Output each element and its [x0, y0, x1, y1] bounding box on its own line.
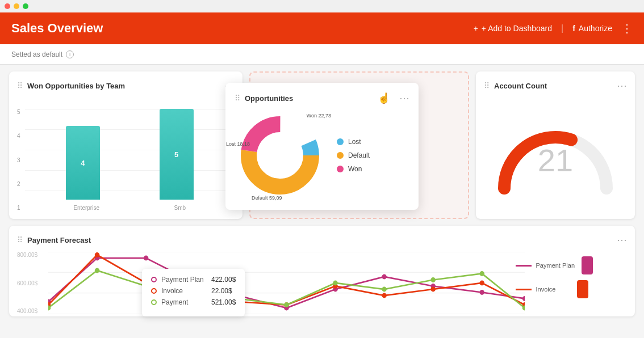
svg-point-11 — [382, 274, 387, 280]
bar-value: 5 — [174, 150, 178, 159]
bars: 4 5 — [25, 109, 235, 200]
svg-point-31 — [284, 302, 289, 307]
tooltip-payment-value: 521.00$ — [211, 298, 236, 306]
app-header: Sales Overview + + Add to Dashboard | f … — [0, 12, 644, 44]
bar-enterprise-bar: 4 — [66, 126, 100, 200]
svg-point-35 — [479, 271, 484, 276]
legend-default-label: Default — [348, 151, 370, 159]
header-actions: + + Add to Dashboard | f Authorize ⋮ — [474, 22, 633, 35]
card-menu-button[interactable]: ⋯ — [617, 234, 627, 246]
add-dashboard-label: + Add to Dashboard — [482, 24, 552, 33]
donut-hole — [258, 134, 302, 177]
close-dot[interactable] — [5, 3, 10, 9]
top-cards-row: ⠿ Won Opportunities by Team ⋯ 5 4 3 2 1 — [9, 71, 635, 219]
opportunities-card: ⠿ Opportunities ☝ ⋯ — [225, 83, 419, 210]
card-title: Won Opportunities by Team — [27, 82, 220, 90]
legend-swatch-plan — [516, 265, 532, 267]
add-icon: + — [474, 24, 478, 33]
bar-value: 4 — [81, 159, 85, 167]
svg-point-32 — [333, 281, 338, 286]
x-label-enterprise: Enterprise — [73, 205, 99, 211]
card-header: ⠿ Won Opportunities by Team ⋯ — [17, 79, 235, 92]
x-label-smb: Smb — [174, 205, 186, 211]
legend-won-label: Won — [348, 165, 362, 173]
legend-box-plan — [582, 256, 593, 274]
gauge: 21 — [484, 98, 627, 211]
default-label: Setted as default — [11, 50, 62, 58]
gauge-value: 21 — [538, 142, 573, 179]
legend-default: Default — [337, 151, 370, 159]
account-count-card: ⠿ Account Count ⋯ 21 — [476, 71, 635, 219]
tooltip-payment-label: Payment — [161, 298, 207, 306]
y-axis: 800.00$ 600.00$ 400.00$ — [17, 252, 37, 314]
bar-smb-bar: 5 — [160, 109, 194, 200]
legend-payment-plan: Payment Plan — [516, 256, 593, 274]
more-options-button[interactable]: ⋮ — [621, 22, 633, 35]
tooltip-invoice-value: 22.00$ — [211, 287, 232, 295]
tooltip-invoice-label: Invoice — [161, 287, 207, 295]
maximize-dot[interactable] — [23, 3, 28, 9]
drag-handle-icon[interactable]: ⠿ — [17, 81, 23, 90]
drag-handle-icon[interactable]: ⠿ — [17, 235, 23, 244]
authorize-button[interactable]: f Authorize — [572, 24, 612, 33]
card-title: Opportunities — [245, 94, 373, 103]
chart-tooltip: Payment Plan 422.00$ Invoice 22.00$ Paym… — [142, 269, 245, 316]
svg-point-33 — [382, 287, 387, 292]
y-axis: 5 4 3 2 1 — [17, 109, 20, 211]
card-header: ⠿ Payment Forecast ⋯ — [17, 234, 627, 246]
tooltip-plan-label: Payment Plan — [161, 276, 207, 284]
legend-won: Won — [337, 165, 370, 173]
line-chart-svg — [48, 252, 525, 314]
legend-box-invoice — [577, 280, 588, 298]
tooltip-row-payment: Payment 521.00$ — [151, 298, 236, 306]
tooltip-payment-dot — [151, 299, 157, 305]
tooltip-invoice-dot — [151, 288, 157, 294]
svg-point-27 — [95, 268, 100, 273]
donut-svg — [235, 110, 325, 201]
tooltip-plan-dot — [151, 277, 157, 282]
cursor-icon: ☝ — [378, 92, 390, 104]
tooltip-row-plan: Payment Plan 422.00$ — [151, 276, 236, 284]
legend-won-dot — [337, 166, 344, 172]
card-header: ⠿ Opportunities ☝ ⋯ — [235, 92, 409, 104]
donut-legend: Lost Default Won — [337, 138, 370, 173]
legend-lost-dot — [337, 138, 344, 145]
add-to-dashboard-button[interactable]: + + Add to Dashboard — [474, 24, 552, 33]
page-title: Sales Overview — [11, 21, 474, 36]
x-axis-labels: Enterprise Smb — [25, 205, 235, 211]
legend-invoice: Invoice — [516, 280, 593, 298]
minimize-dot[interactable] — [14, 3, 19, 9]
card-header: ⠿ Account Count ⋯ — [484, 79, 627, 92]
payment-forecast-card: ⠿ Payment Forecast ⋯ 800.00$ 600.00$ 400… — [9, 226, 635, 316]
line-chart: 800.00$ 600.00$ 400.00$ — [17, 252, 627, 314]
facebook-icon: f — [572, 24, 575, 33]
donut-default-label: Default 59,09 — [252, 195, 282, 201]
svg-point-16 — [95, 252, 100, 257]
svg-point-34 — [430, 277, 436, 282]
legend-plan-label: Payment Plan — [536, 262, 575, 269]
svg-point-13 — [479, 290, 484, 295]
bar-chart-content: 4 5 Enterprise Smb — [25, 109, 235, 211]
donut-inner: Won 22,73 Lost 18,18 Default 59,09 Lost … — [235, 110, 409, 201]
card-menu-button[interactable]: ⋯ — [399, 92, 409, 104]
tooltip-row-invoice: Invoice 22.00$ — [151, 287, 236, 295]
bar-smb: 5 — [160, 109, 194, 200]
bar-enterprise: 4 — [66, 126, 100, 200]
legend-default-dot — [337, 152, 344, 159]
bar-chart: 5 4 3 2 1 4 — [17, 98, 235, 211]
legend-lost: Lost — [337, 138, 370, 146]
drag-handle-icon[interactable]: ⠿ — [235, 94, 240, 103]
info-icon[interactable]: i — [66, 50, 74, 58]
title-bar — [0, 0, 644, 12]
donut-lost-label: Lost 18,18 — [226, 141, 250, 147]
sub-header: Setted as default i — [0, 44, 644, 65]
dashboard-body: ⠿ Won Opportunities by Team ⋯ 5 4 3 2 1 — [0, 65, 644, 338]
donut-chart: Won 22,73 Lost 18,18 Default 59,09 — [235, 110, 325, 201]
header-divider: | — [561, 23, 563, 33]
svg-point-23 — [430, 287, 436, 292]
card-menu-button[interactable]: ⋯ — [617, 79, 627, 92]
drag-handle-icon[interactable]: ⠿ — [484, 81, 490, 90]
card-title: Payment Forecast — [27, 236, 612, 244]
svg-point-22 — [382, 293, 387, 298]
line-chart-legend: Payment Plan Invoice — [516, 256, 593, 298]
